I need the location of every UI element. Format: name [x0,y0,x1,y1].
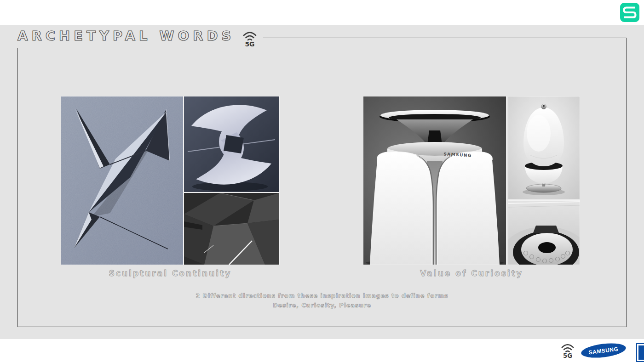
title-block: ARCHETYPAL WORDS 5G [17,28,263,48]
caption-left: Sculptural Continuity [61,269,279,278]
description-block: 2 Different directions from these inspir… [0,291,644,310]
page-title: ARCHETYPAL WORDS [17,28,235,44]
paper-pinwheel-artwork [184,96,279,192]
bottom-band [0,339,644,362]
control-ring-artwork [508,201,580,265]
footer-samsung-logo: SAMSUNG [581,342,627,361]
5g-signal-icon: 5G [242,29,258,47]
image-angular-metal-relief [61,96,183,265]
top-band [0,0,644,25]
image-dark-faceted-forms [184,193,279,265]
image-paper-pinwheel-sculpture [184,96,279,192]
s-brand-logo [620,3,639,22]
caption-right: Value of Curiosity [363,269,580,278]
image-samsung-tower-speaker: SAMSUNG [363,96,506,265]
clipped-blue-badge [636,343,644,362]
5g-label: 5G [245,40,255,47]
faceted-forms-artwork [184,193,279,265]
image-speaker-control-ring-top [508,201,580,265]
samsung-logo-icon: SAMSUNG [581,342,627,359]
presentation-slide: ARCHETYPAL WORDS 5G [0,0,644,362]
image-samsung-egg-speaker [508,96,580,199]
s-logo-icon [620,3,639,22]
5g-signal-icon: 5G [560,341,575,359]
metal-relief-artwork [61,96,183,265]
description-line-2: Desire, Curiosity, Pleasure [0,300,644,310]
egg-speaker-artwork [508,96,580,199]
footer-5g-logo: 5G [560,341,575,361]
description-line-1: 2 Different directions from these inspir… [0,291,644,300]
tower-speaker-artwork: SAMSUNG [363,96,506,265]
footer-5g-label: 5G [563,352,572,359]
